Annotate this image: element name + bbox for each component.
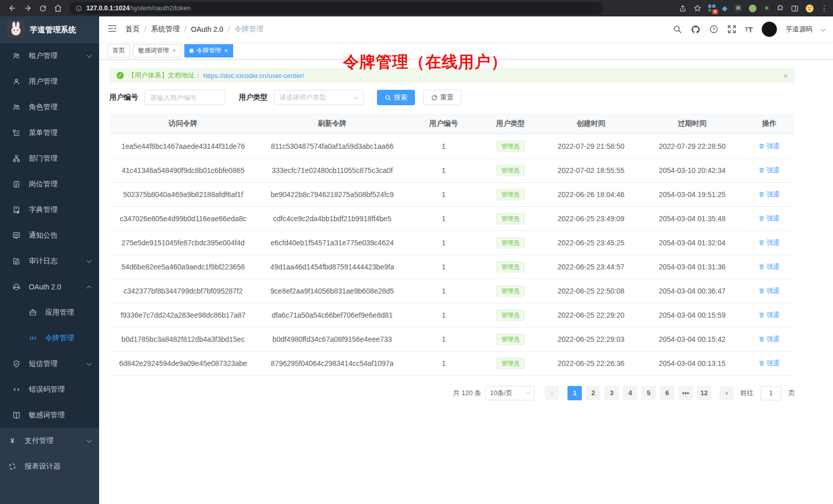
token-table: 访问令牌 刷新令牌 用户编号 用户类型 创建时间 过期时间 操作 1ea5e44… (109, 113, 795, 376)
browser-back-icon[interactable] (8, 4, 16, 12)
alert-close-icon[interactable]: × (783, 71, 788, 80)
force-logout-button[interactable]: 强退 (759, 166, 780, 175)
page-button[interactable]: 6 (660, 386, 674, 400)
page-button[interactable]: 3 (604, 386, 619, 400)
share-icon[interactable] (679, 5, 687, 12)
page-size-select[interactable]: 10条/页 (485, 386, 535, 400)
reset-button[interactable]: 重置 (423, 90, 461, 105)
close-icon[interactable]: × (172, 47, 176, 54)
screenshot-extension-icon[interactable]: 9 (708, 5, 715, 12)
page-button[interactable]: 2 (586, 386, 600, 400)
created-cell: 2022-07-29 21:58:50 (541, 134, 641, 158)
sidebar-item-audit[interactable]: 审计日志 (0, 248, 99, 274)
page-button[interactable]: 5 (641, 386, 656, 400)
sidebar-item-label: 支付管理 (25, 436, 53, 445)
prev-page-button[interactable]: ‹ (545, 386, 559, 400)
browser-reload-icon[interactable] (39, 5, 47, 12)
sidebar-item-menu[interactable]: 菜单管理 (0, 120, 99, 146)
profile-avatar-icon[interactable] (805, 4, 814, 13)
goto-page-input[interactable] (761, 386, 781, 400)
refresh-token-cell: dfa6c71a50a54c66bef706ef9e6e8d81 (257, 303, 408, 327)
expires-cell: 2054-03-04 00:15:42 (641, 327, 744, 351)
force-logout-button[interactable]: 强退 (759, 238, 780, 247)
created-cell: 2022-07-02 18:55:55 (541, 158, 641, 182)
side-panel-icon[interactable] (791, 5, 799, 12)
sidebar-item-notice[interactable]: 通知公告 (0, 223, 99, 248)
green-dot-extension-icon[interactable] (749, 5, 756, 12)
header-search-icon[interactable] (673, 25, 682, 34)
sidebar-item-role[interactable]: 角色管理 (0, 94, 99, 120)
close-icon[interactable]: × (224, 47, 229, 54)
breadcrumb-home[interactable]: 首页 (125, 25, 140, 34)
command-extension-icon[interactable]: ⌘ (734, 4, 742, 12)
force-logout-button[interactable]: 强退 (759, 359, 780, 368)
sidebar-item-user[interactable]: 用户管理 (0, 69, 99, 94)
expires-cell: 2054-03-04 00:15:59 (641, 303, 744, 327)
user-id-input[interactable] (144, 90, 225, 105)
tab-home[interactable]: 首页 (107, 44, 130, 57)
extensions-puzzle-icon[interactable] (777, 5, 784, 12)
app-logo-bar[interactable]: 芋道管理系统 (0, 16, 99, 43)
page-button[interactable]: 1 (567, 386, 582, 400)
sidebar-item-pay[interactable]: ¥ 支付管理 (0, 428, 99, 454)
force-logout-button[interactable]: 强退 (759, 262, 780, 272)
created-cell: 2022-06-25 22:26:36 (541, 351, 641, 375)
search-button[interactable]: 搜索 (377, 90, 415, 105)
page-button[interactable]: ••• (678, 386, 693, 400)
sidebar-collapse-icon[interactable] (107, 24, 117, 35)
sidebar-item-sms[interactable]: 短信管理 (0, 351, 99, 377)
breadcrumb-oauth[interactable]: OAuth 2.0 (191, 25, 223, 33)
access-token-cell: 275e5de9151045fe87cbdc395e004f4d (109, 230, 257, 255)
doc-link[interactable]: https://doc.iocoder.cn/user-center/ (203, 72, 304, 80)
sidebar-item-sensitive[interactable]: 敏感词管理 (0, 402, 99, 428)
sidebar-item-oauth[interactable]: OAuth 2.0 (0, 274, 99, 300)
sidebar-item-report[interactable]: 报表设计器 (0, 454, 99, 479)
font-size-icon[interactable]: TT (745, 25, 753, 34)
force-logout-button[interactable]: 强退 (759, 214, 780, 223)
audit-log-icon (12, 257, 21, 265)
bookmark-star-icon[interactable] (693, 4, 702, 12)
user-menu-caret-icon[interactable] (821, 26, 826, 31)
sidebar-item-oauth-app[interactable]: 应用管理 (0, 300, 99, 325)
help-icon[interactable]: ? (709, 25, 718, 34)
browser-home-icon[interactable] (54, 4, 62, 12)
created-cell: 2022-06-26 18:04:46 (541, 182, 641, 206)
sidebar-item-dict[interactable]: 字典管理 (0, 197, 99, 223)
page-button[interactable]: 4 (623, 386, 637, 400)
fullscreen-icon[interactable] (727, 25, 736, 34)
github-icon[interactable] (691, 25, 701, 34)
page-button[interactable]: 12 (697, 386, 711, 400)
force-logout-button[interactable]: 强退 (759, 142, 780, 151)
sidebar-item-errorcode[interactable]: 错误码管理 (0, 377, 99, 402)
tab-sensitive-words[interactable]: 敏感词管理× (133, 44, 181, 57)
alert-text: 【用户体系】文档地址： (128, 71, 201, 80)
browser-forward-icon[interactable] (24, 4, 32, 12)
sidebar-item-label: 敏感词管理 (29, 411, 65, 420)
breadcrumb-system[interactable]: 系统管理 (151, 25, 180, 34)
force-logout-button[interactable]: 强退 (759, 311, 780, 320)
force-logout-button[interactable]: 强退 (759, 335, 780, 344)
user-type-badge: 管理员 (496, 358, 525, 369)
site-info-icon[interactable] (75, 5, 82, 12)
goto-label: 前往 (740, 389, 753, 398)
user-type-select[interactable]: 请选择用户类型 (274, 90, 364, 105)
chrome-menu-icon[interactable]: ⋮ (821, 4, 828, 12)
user-avatar[interactable] (762, 22, 777, 37)
address-bar[interactable]: 127.0.0.1:1024/system/oauth2/token (69, 2, 603, 14)
expires-cell: 2022-07-29 22:28:50 (641, 134, 744, 158)
gem-extension-icon[interactable]: ◆ (722, 4, 728, 12)
annotation-text: 令牌管理（在线用户） (343, 51, 507, 73)
next-page-button[interactable]: › (720, 386, 734, 400)
tab-token[interactable]: 令牌管理× (184, 44, 234, 57)
force-logout-button[interactable]: 强退 (759, 286, 780, 296)
token-icon: A (29, 334, 37, 342)
star-extension-icon[interactable]: ✶ (763, 4, 770, 13)
sidebar-item-post[interactable]: 岗位管理 (0, 171, 99, 197)
force-logout-button[interactable]: 强退 (759, 190, 780, 199)
user-name[interactable]: 芋道源码 (786, 25, 812, 34)
sidebar-item-oauth-token[interactable]: A 令牌管理 (0, 325, 99, 351)
sidebar-item-tenant[interactable]: 租户管理 (0, 43, 99, 69)
user-id-cell: 1 (408, 230, 480, 255)
sidebar-item-dept[interactable]: 部门管理 (0, 146, 99, 171)
table-row: 275e5de9151045fe87cbdc395e004f4d e6cfd40… (109, 230, 795, 255)
